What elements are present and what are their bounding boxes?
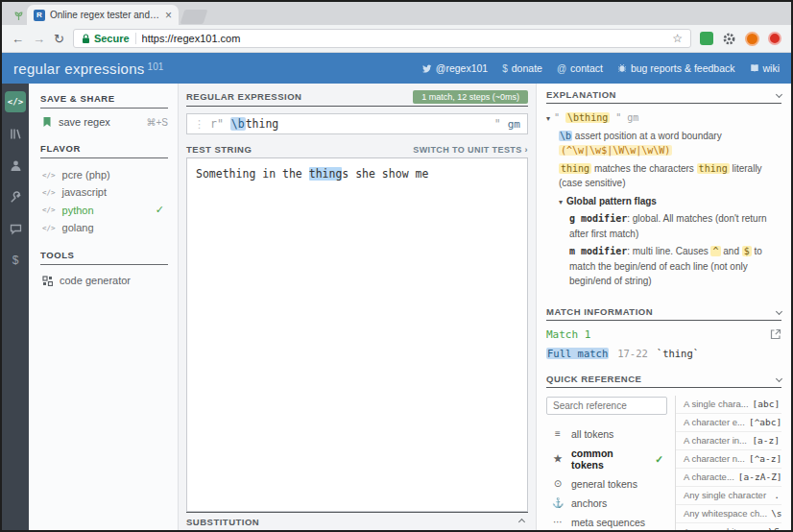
- regex-flags[interactable]: gm: [508, 118, 520, 131]
- token-row[interactable]: Any non-whitespa... \S: [676, 523, 781, 531]
- token-row[interactable]: A character n... [^a-z]: [676, 450, 781, 469]
- settings-gear-icon[interactable]: [722, 32, 736, 46]
- address-bar: ← → ↻ Secure https://regex101.com ☆: [2, 25, 791, 53]
- category-meta-sequences[interactable]: ⋯ meta sequences: [546, 513, 667, 531]
- token-row[interactable]: A single chara... [abc]: [676, 396, 781, 414]
- code-generator-icon: [42, 276, 53, 286]
- at-icon: @: [557, 63, 566, 74]
- explanation-m-modifier: m modifier: multi line. Causes ^ and $ t…: [546, 244, 781, 289]
- explanation-word-boundary: \b assert position at a word boundary (^…: [546, 129, 781, 158]
- substitution-toggle[interactable]: SUBSTITUTION: [186, 512, 528, 530]
- category-general-tokens[interactable]: ⊙ general tokens: [546, 474, 667, 494]
- editor-column: REGULAR EXPRESSION 1 match, 12 steps (~0…: [179, 84, 536, 530]
- explanation-pattern-line: ▾" \bthing " gm: [546, 110, 781, 126]
- token-row[interactable]: A characte... [a-zA-Z]: [676, 469, 781, 487]
- export-matches-icon[interactable]: [770, 328, 781, 340]
- full-match-chip: Full match: [546, 348, 609, 359]
- category-all-tokens[interactable]: ≡ all tokens: [546, 424, 667, 444]
- substitution-title: SUBSTITUTION: [186, 517, 259, 527]
- collapse-toggle-icon[interactable]: ▾: [546, 114, 550, 123]
- settings-wrench-icon[interactable]: [5, 186, 26, 207]
- nav-donate-link[interactable]: $ donate: [502, 62, 542, 74]
- match-label: Match 1: [546, 328, 590, 341]
- regex-section-header: REGULAR EXPRESSION 1 match, 12 steps (~0…: [186, 89, 528, 107]
- explanation-body: ▾" \bthing " gm \b assert position at a …: [546, 110, 781, 292]
- quick-reference-nav: ≡ all tokens ★ common tokens ✓ ⊙ general…: [546, 396, 675, 531]
- code-generator-link[interactable]: code generator: [40, 273, 168, 288]
- flavor-golang[interactable]: </> golang: [40, 219, 168, 236]
- circle-icon: ⊙: [552, 478, 564, 489]
- test-string-title: TEST STRING: [186, 144, 252, 155]
- sidebar: SAVE & SHARE save regex ⌘+S FLAVOR </> p…: [29, 84, 179, 530]
- test-string-header: TEST STRING SWITCH TO UNIT TESTS ›: [186, 144, 528, 158]
- chevron-down-icon[interactable]: [776, 375, 782, 381]
- tab-title: Online regex tester and debug: [50, 10, 160, 20]
- save-regex-button[interactable]: save regex ⌘+S: [40, 116, 168, 128]
- refresh-icon[interactable]: ↻: [54, 33, 64, 45]
- profile-avatar[interactable]: [745, 32, 759, 46]
- forward-icon[interactable]: →: [33, 33, 45, 45]
- category-anchors[interactable]: ⚓ anchors: [546, 494, 667, 513]
- category-common-tokens[interactable]: ★ common tokens ✓: [546, 444, 667, 474]
- match-information-title: MATCH INFORMATION: [546, 306, 653, 317]
- nav-twitter-link[interactable]: @regex101: [421, 62, 488, 74]
- raw-string-prefix: r": [210, 117, 224, 131]
- quick-reference-header: QUICK REFERENCE: [546, 374, 781, 388]
- code-icon: </>: [42, 206, 56, 214]
- quick-reference-body: ≡ all tokens ★ common tokens ✓ ⊙ general…: [546, 388, 781, 531]
- nav-bug-reports-link[interactable]: bug reports & feedback: [617, 62, 735, 74]
- regex-editor-icon[interactable]: </>: [5, 91, 26, 112]
- url-field[interactable]: Secure https://regex101.com ☆: [73, 29, 691, 48]
- extension-icon[interactable]: [700, 32, 713, 45]
- back-icon[interactable]: ←: [12, 33, 24, 45]
- explanation-g-modifier: g modifier: global. All matches (don't r…: [546, 211, 781, 241]
- flavor-pcre[interactable]: </> pcre (php): [40, 166, 168, 183]
- quick-reference-title: QUICK REFERENCE: [546, 374, 641, 384]
- donate-dollar-icon[interactable]: $: [5, 250, 26, 271]
- right-panel: EXPLANATION ▾" \bthing " gm \b assert po…: [536, 84, 791, 530]
- token-row[interactable]: A character in... [a-z]: [676, 432, 781, 450]
- tab-close-icon[interactable]: ×: [165, 10, 172, 21]
- browser-tab[interactable]: R Online regex tester and debug ×: [27, 5, 179, 25]
- token-row[interactable]: Any single character .: [676, 487, 781, 505]
- token-row[interactable]: A character e... [^abc]: [676, 414, 781, 432]
- token-row[interactable]: Any whitespace ch... \s: [676, 505, 781, 523]
- flavor-list: </> pcre (php) </> javascript </> python…: [40, 166, 168, 236]
- nav-wiki-link[interactable]: wiki: [750, 62, 781, 74]
- test-string-input[interactable]: Something in the things she show me: [186, 158, 528, 512]
- new-tab-button[interactable]: [180, 10, 208, 24]
- browser-window: R Online regex tester and debug × ← → ↻ …: [0, 0, 793, 532]
- flavor-python[interactable]: </> python ✓: [40, 201, 168, 219]
- tab-strip: R Online regex tester and debug ×: [2, 2, 791, 25]
- chevron-down-icon[interactable]: [776, 307, 782, 314]
- library-icon[interactable]: [5, 123, 26, 144]
- save-shortcut: ⌘+S: [146, 117, 168, 128]
- site-logo[interactable]: regular expressions 101: [13, 60, 163, 77]
- match-row: Match 1: [546, 328, 781, 341]
- flavor-title: FLAVOR: [40, 143, 168, 158]
- selected-check-icon: ✓: [156, 204, 164, 216]
- url-text: https://regex101.com: [142, 33, 667, 44]
- drag-handle-icon: ⋮: [194, 118, 204, 131]
- chat-feedback-icon[interactable]: [5, 218, 26, 239]
- category-list: ≡ all tokens ★ common tokens ✓ ⊙ general…: [546, 424, 667, 531]
- reference-search-input[interactable]: [546, 397, 667, 415]
- match-information-header: MATCH INFORMATION: [546, 306, 781, 321]
- flavor-javascript[interactable]: </> javascript: [40, 183, 168, 201]
- token-list: A single chara... [abc] A character e...…: [675, 396, 781, 531]
- dots-icon: ⋯: [552, 517, 564, 527]
- page-content: </> $ SAVE & SHARE save regex ⌘+S: [2, 84, 791, 530]
- bookmark-star-icon[interactable]: ☆: [672, 32, 683, 45]
- notification-dot-icon[interactable]: [768, 32, 781, 45]
- match-steps-badge: 1 match, 12 steps (~0ms): [413, 90, 528, 104]
- regex-input[interactable]: ⋮ r" \bthing " gm: [186, 113, 528, 134]
- nav-contact-link[interactable]: @ contact: [557, 62, 603, 74]
- tools-title: TOOLS: [40, 250, 168, 265]
- switch-to-unit-tests-link[interactable]: SWITCH TO UNIT TESTS ›: [413, 145, 528, 155]
- pinned-tab-icon[interactable]: [10, 6, 27, 25]
- collapse-toggle-icon[interactable]: ▾: [559, 198, 563, 206]
- dollar-icon: $: [502, 63, 508, 74]
- bookmark-icon: [42, 116, 52, 128]
- chevron-down-icon[interactable]: [776, 91, 782, 98]
- account-user-icon[interactable]: [5, 155, 26, 176]
